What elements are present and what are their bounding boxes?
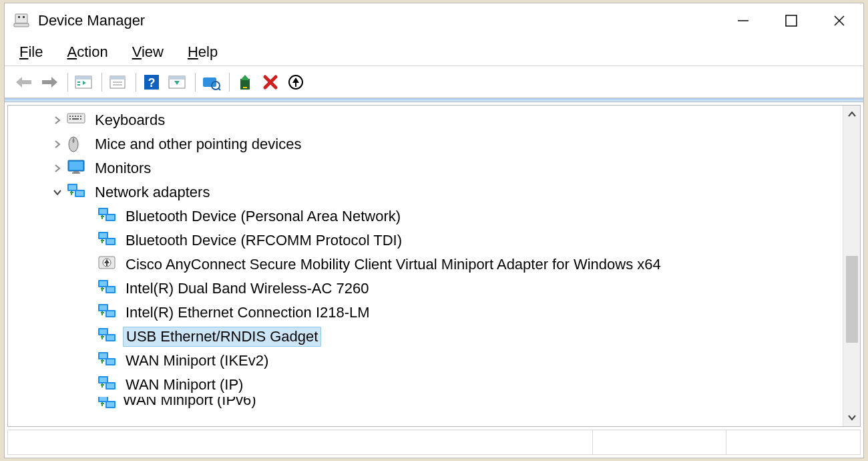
tree-device-label: Intel(R) Dual Band Wireless-AC 7260: [123, 279, 371, 298]
svg-rect-18: [110, 76, 125, 80]
toolbar: ?: [5, 66, 863, 98]
tree-category-label: Keyboards: [92, 111, 168, 130]
tree-device[interactable]: Intel(R) Ethernet Connection I218-LM: [8, 301, 843, 325]
tree-category-label: Mice and other pointing devices: [92, 135, 304, 154]
tree-device[interactable]: WAN Miniport (IKEv2): [8, 349, 843, 373]
svg-rect-77: [99, 281, 107, 286]
maximize-button[interactable]: [767, 3, 815, 38]
svg-marker-10: [51, 77, 57, 88]
svg-rect-68: [107, 239, 114, 244]
tree-device-label: WAN Miniport (IP): [123, 375, 246, 394]
svg-rect-42: [80, 116, 81, 117]
svg-rect-3: [14, 23, 29, 27]
menu-file[interactable]: File: [19, 43, 43, 61]
tree-category[interactable]: Monitors: [8, 156, 843, 180]
tree-category[interactable]: Mice and other pointing devices: [8, 132, 843, 156]
vertical-scrollbar[interactable]: [843, 106, 860, 426]
device-manager-icon: [13, 12, 30, 29]
svg-rect-40: [75, 116, 76, 117]
svg-rect-56: [76, 191, 83, 196]
svg-rect-44: [72, 118, 79, 120]
svg-rect-5: [786, 15, 797, 26]
network-icon: [67, 183, 85, 202]
tree-device[interactable]: Bluetooth Device (Personal Area Network): [8, 204, 843, 228]
tree-device[interactable]: WAN Miniport (IP): [8, 373, 843, 397]
expander-closed-icon[interactable]: [48, 111, 67, 130]
disable-button[interactable]: [284, 71, 307, 94]
tree-device-label: USB Ethernet/RNDIS Gadget: [123, 327, 321, 347]
close-button[interactable]: [815, 3, 863, 38]
expander-closed-icon[interactable]: [48, 159, 67, 178]
statusbar: [7, 430, 861, 455]
svg-marker-30: [240, 75, 250, 80]
menu-action[interactable]: Action: [67, 43, 107, 61]
svg-rect-38: [69, 116, 71, 117]
uninstall-button[interactable]: [259, 71, 282, 94]
svg-rect-96: [107, 359, 114, 364]
network-adapter-icon: [97, 279, 116, 298]
action-dropdown-button[interactable]: [166, 71, 188, 94]
tree-device-partial[interactable]: WAN Miniport (IPv6): [8, 397, 843, 410]
mouse-icon: [67, 135, 85, 154]
titlebar[interactable]: Device Manager: [5, 3, 863, 38]
svg-text:?: ?: [148, 76, 156, 90]
monitor-icon: [67, 159, 85, 178]
tree-device[interactable]: Cisco AnyConnect Secure Mobility Client …: [8, 253, 843, 277]
svg-line-28: [218, 88, 220, 90]
svg-rect-31: [243, 87, 247, 88]
scroll-down-arrow-icon[interactable]: [846, 412, 858, 424]
tree-device[interactable]: USB Ethernet/RNDIS Gadget: [8, 325, 843, 349]
svg-rect-0: [15, 14, 27, 23]
toolbar-separator: [229, 73, 230, 92]
svg-rect-45: [80, 118, 81, 120]
tree-device-label: Bluetooth Device (Personal Area Network): [123, 207, 403, 226]
tree-device-label: Bluetooth Device (RFCOMM Protocol TDI): [123, 231, 405, 250]
svg-rect-61: [99, 209, 107, 214]
back-button[interactable]: [13, 71, 35, 94]
expander-open-icon[interactable]: [48, 183, 67, 202]
svg-rect-24: [169, 76, 185, 80]
svg-rect-2: [23, 16, 25, 18]
menu-help[interactable]: Help: [188, 43, 218, 61]
network-adapter-icon: [97, 351, 116, 370]
svg-rect-101: [99, 377, 107, 382]
svg-rect-13: [75, 76, 91, 80]
svg-rect-83: [99, 305, 107, 310]
scan-hardware-button[interactable]: [200, 71, 222, 94]
properties-button[interactable]: [106, 71, 129, 94]
svg-rect-89: [99, 329, 107, 334]
svg-rect-108: [107, 402, 114, 407]
svg-rect-15: [77, 84, 80, 86]
tree-device[interactable]: Intel(R) Dual Band Wireless-AC 7260: [8, 277, 843, 301]
svg-rect-51: [73, 171, 79, 172]
toolbar-separator: [195, 73, 196, 92]
forward-button[interactable]: [38, 71, 61, 94]
help-button[interactable]: ?: [140, 71, 163, 94]
svg-rect-78: [107, 287, 114, 292]
tree-category[interactable]: Network adapters: [8, 180, 843, 204]
network-adapter-icon: [97, 327, 116, 346]
menu-view[interactable]: View: [132, 43, 164, 61]
expander-closed-icon[interactable]: [48, 135, 67, 154]
window-title: Device Manager: [38, 12, 145, 29]
tree-device-label: Intel(R) Ethernet Connection I218-LM: [123, 303, 373, 322]
status-panel: [726, 430, 860, 454]
svg-rect-50: [69, 162, 83, 170]
tree-category[interactable]: Keyboards: [8, 108, 843, 132]
status-panel: [8, 430, 593, 454]
svg-rect-95: [99, 353, 107, 358]
menubar: File Action View Help File Action View H…: [5, 38, 863, 66]
svg-rect-41: [77, 116, 79, 117]
network-adapter-icon: [97, 375, 116, 394]
update-driver-button[interactable]: [234, 71, 256, 94]
device-tree[interactable]: KeyboardsMice and other pointing devices…: [8, 106, 843, 426]
tree-device[interactable]: Bluetooth Device (RFCOMM Protocol TDI): [8, 228, 843, 253]
status-panel: [593, 430, 726, 454]
show-hide-console-tree-button[interactable]: [72, 71, 95, 94]
scroll-up-arrow-icon[interactable]: [846, 108, 858, 120]
svg-rect-55: [69, 185, 76, 190]
tree-device-label: WAN Miniport (IPv6): [123, 397, 256, 409]
toolbar-separator: [136, 73, 136, 92]
minimize-button[interactable]: [719, 3, 767, 38]
scrollbar-thumb[interactable]: [846, 256, 858, 343]
